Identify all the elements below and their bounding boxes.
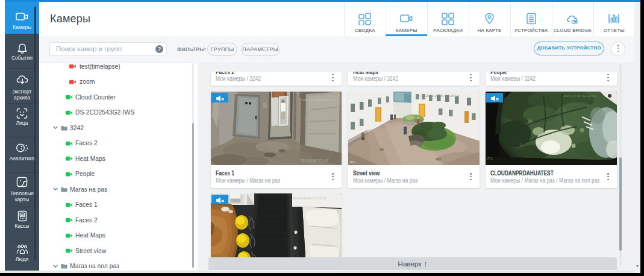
svg-text:2024-07-04 22:39:43: 2024-07-04 22:39:43 <box>563 94 596 98</box>
svg-text:04-07-2024 17:13:22: 04-07-2024 17:13:22 <box>293 196 327 200</box>
svg-text:IPC: IPC <box>487 157 493 160</box>
svg-text:2024-07-04 18:18:14: 2024-07-04 18:18:14 <box>425 94 459 98</box>
svg-text:IPC: IPC <box>350 160 355 164</box>
svg-text:04-07-2024 Thu 17:1: 04-07-2024 Thu 17:1 <box>302 98 337 102</box>
svg-text:81-2 3234762-L0Z: 81-2 3234762-L0Z <box>301 158 329 162</box>
